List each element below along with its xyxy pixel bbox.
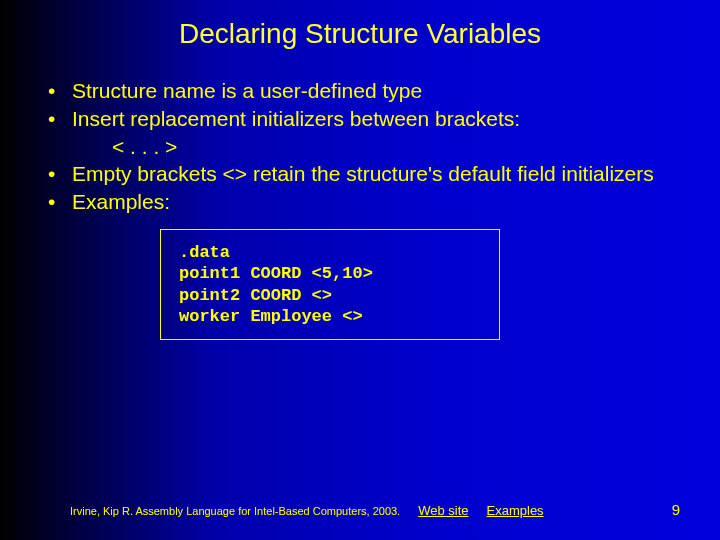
- bullet-item: Empty brackets <> retain the structure's…: [40, 161, 680, 187]
- footer: Irvine, Kip R. Assembly Language for Int…: [0, 501, 720, 518]
- bullet-subtext: < . . . >: [112, 135, 680, 159]
- examples-link[interactable]: Examples: [487, 503, 544, 518]
- bullet-list: Structure name is a user-defined type In…: [40, 78, 680, 133]
- bullet-item: Insert replacement initializers between …: [40, 106, 680, 132]
- bullet-list: Empty brackets <> retain the structure's…: [40, 161, 680, 216]
- website-link[interactable]: Web site: [418, 503, 468, 518]
- footer-citation: Irvine, Kip R. Assembly Language for Int…: [70, 505, 400, 517]
- content-area: Structure name is a user-defined type In…: [0, 50, 720, 340]
- bullet-item: Structure name is a user-defined type: [40, 78, 680, 104]
- code-example-box: .data point1 COORD <5,10> point2 COORD <…: [160, 229, 500, 340]
- bullet-item: Examples:: [40, 189, 680, 215]
- slide-title: Declaring Structure Variables: [0, 0, 720, 50]
- slide-number: 9: [672, 501, 680, 518]
